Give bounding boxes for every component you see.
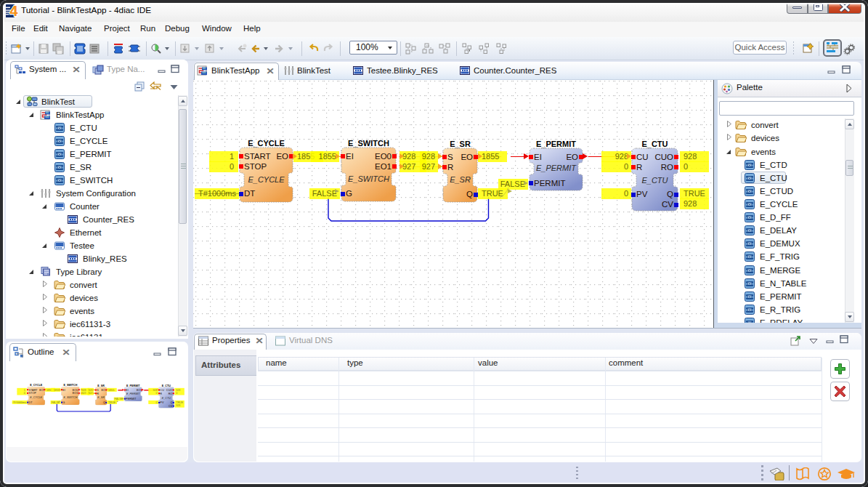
svg-text:4: 4 [10, 4, 18, 17]
